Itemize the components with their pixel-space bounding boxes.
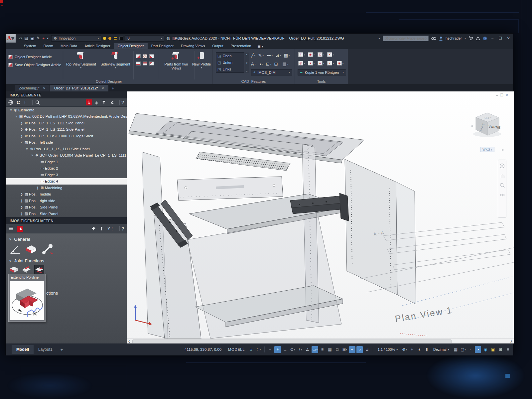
dynamic-ucs-toggle[interactable]: ⌖ (349, 346, 355, 353)
graphics-performance[interactable]: ◉ (482, 346, 488, 353)
sideview-segment-button[interactable]: Sideview segment ▾ (99, 51, 131, 69)
wrench-icon[interactable] (110, 100, 114, 105)
undo-icon[interactable]: ● (42, 36, 45, 41)
joint-function-icon-3-extend-to-polyline[interactable] (34, 265, 44, 274)
tree-expander-icon[interactable]: ❯ (20, 128, 24, 131)
crosshair[interactable]: + (409, 346, 415, 353)
new-profile-button[interactable]: + New Profile ▾ (191, 51, 212, 69)
save-icon[interactable]: ▣ (31, 36, 34, 41)
ribbon-tab-part-designer[interactable]: Part Designer (148, 43, 177, 49)
layer-on-icon[interactable] (103, 37, 106, 40)
list-view-icon[interactable] (8, 226, 13, 231)
sign-in-person-icon[interactable] (439, 36, 443, 41)
tree-expander-icon[interactable]: ∨ (30, 154, 34, 157)
isodraft-toggle[interactable]: ∖▾ (297, 346, 303, 353)
panel-label-tools[interactable]: Tools (295, 79, 348, 83)
model-viewport[interactable]: –❐✕ (127, 91, 514, 343)
section-general[interactable]: ∨General (6, 233, 127, 242)
dim-style-dropdown[interactable]: ⌖ IMOS_DIM ▾ (251, 69, 292, 75)
osnap-toggle[interactable]: ▭▾ (312, 346, 318, 353)
redo-icon[interactable]: ◐ (47, 36, 49, 41)
ribbon-tool-icon[interactable]: ●▾ (318, 61, 324, 66)
zoom-extents-icon[interactable] (500, 183, 505, 188)
search-input[interactable] (383, 36, 429, 41)
annotation-monitor[interactable]: ∗ (416, 346, 422, 353)
imos-eigenschaften-header[interactable]: IMOS EIGENSCHAFTEN (6, 217, 127, 224)
view-list-scrollbar[interactable]: ▲▼≡ (245, 53, 249, 73)
horizontal-scrollbar[interactable]: ❮ ❯ (127, 338, 514, 343)
tree-expander-icon[interactable]: ∨ (20, 141, 24, 144)
tree-item[interactable]: ❯▧Pos. Side Panel (6, 210, 127, 217)
ribbon-tool-icon[interactable]: ⊷▾ (267, 53, 273, 58)
tree-item[interactable]: ▭Edge: 2 (6, 165, 127, 172)
orbit-icon[interactable] (500, 193, 505, 198)
cube-display-icon[interactable]: ◈ (95, 100, 98, 105)
tree-expander-icon[interactable]: ❯ (36, 186, 40, 190)
section-joint-functions[interactable]: ∨Joint Functions (6, 255, 127, 263)
workspace-dropdown[interactable]: ⚙ Innovation ▾ (51, 35, 101, 42)
app-store-cart-icon[interactable] (468, 36, 473, 40)
tree-item[interactable]: ▭Edge: 3 (6, 172, 127, 178)
tree-item[interactable]: ∨⊕Pos. CP_1_LS_1111 Side Panel (6, 146, 127, 152)
view-orientation-list[interactable]: ◳Oben◳Unten◳Links ▲▼≡ (216, 52, 244, 73)
panel-edge-icon[interactable] (25, 244, 38, 255)
ribbon-tool-icon[interactable]: C▾ (318, 52, 324, 57)
snap-toggle[interactable]: ∷▾ (256, 346, 262, 353)
tree-item[interactable]: ❯⊞Machining (6, 185, 127, 191)
property-filter-icon[interactable]: Y⋮ (107, 226, 114, 231)
ribbon-tab-drawing-views[interactable]: Drawing Views (177, 43, 209, 49)
new-drawing-icon[interactable]: ▱ (19, 36, 22, 41)
segment-tool-icon[interactable] (149, 54, 154, 58)
refresh-icon[interactable]: C (17, 100, 20, 105)
units-dropdown[interactable]: Dezimal▾ (431, 346, 452, 352)
pin-vertical-icon[interactable] (99, 226, 104, 231)
navigation-bar[interactable] (498, 160, 506, 218)
filter-funnel-icon[interactable] (102, 100, 106, 104)
layer-color-swatch[interactable] (119, 37, 123, 40)
ribbon-tool-icon[interactable]: ▦▾ (284, 53, 290, 58)
monitor[interactable]: ▢▾ (460, 346, 466, 353)
ribbon-tool-icon[interactable]: ◉▾ (308, 52, 315, 57)
isolate-objects[interactable]: ▫ (467, 346, 474, 353)
up-level-icon[interactable]: ↑ (24, 100, 26, 105)
tree-expander-icon[interactable]: ❯ (20, 193, 24, 196)
gizmo-toggle[interactable]: ⊿ (364, 346, 370, 353)
pan-hand-icon[interactable] (500, 173, 505, 178)
osnap-3d-toggle[interactable]: ⊞▾ (341, 346, 348, 353)
close-button[interactable]: ✕ (506, 36, 511, 41)
tree-expander-icon[interactable]: ❯ (20, 134, 24, 138)
ribbon-tool-icon[interactable]: ✎▾ (258, 53, 264, 58)
scroll-left-icon[interactable]: ❮ (127, 339, 132, 343)
3d-model-canvas[interactable]: Plan View 1 A - A O (127, 91, 514, 338)
ribbon-tab-article-designer[interactable]: Article Designer (81, 43, 114, 49)
tree-item[interactable]: ∨◎Elemente (6, 107, 127, 113)
quick-properties[interactable]: ▦ (453, 346, 459, 353)
settings-gear[interactable]: ⚙▾ (401, 346, 407, 353)
help-icon[interactable]: ? (483, 36, 487, 41)
tree-expander-icon[interactable]: ❯ (20, 212, 24, 215)
tree-item[interactable]: ❯⊕Pos. CP_1_BSI_1000_C1_legs Shelf (6, 133, 127, 139)
segment-tool-icon[interactable] (149, 62, 154, 66)
help-icon[interactable]: ? (121, 226, 124, 231)
save-object-designer-article-button[interactable]: Save Object Designer Article (8, 61, 61, 69)
tree-item[interactable]: ❯⊕Pos. CP_1_LS_1111 Side Panel (6, 120, 127, 126)
transparency-toggle[interactable]: ▦ (327, 346, 333, 353)
tree-item[interactable]: ❯⊕Pos. CP_1_LS_1111 Side Panel (6, 126, 127, 133)
ribbon-tab-room[interactable]: Room (40, 43, 57, 49)
dynamic-input-toggle[interactable]: + (274, 346, 281, 353)
tree-item[interactable]: ▭Edge: 1 (6, 159, 127, 165)
grid-toggle[interactable]: # (248, 346, 254, 353)
drawing-tab[interactable]: Order_DJ_Pult_20181212*✕ (50, 85, 108, 91)
tree-item[interactable]: ❯▧Pos. Side Panel (6, 204, 127, 211)
joint-function-icon-2[interactable] (22, 265, 32, 274)
minimize-button[interactable]: – (490, 36, 495, 40)
object-designer-article-button[interactable]: Object Designer Article (8, 53, 61, 61)
polar-tracking-toggle[interactable]: ⊙▾ (289, 346, 296, 353)
new-layout-button[interactable]: + (57, 347, 66, 352)
ribbon-tab-main-data[interactable]: Main Data (57, 43, 81, 49)
top-view-segment-button[interactable]: Top View Segment ▾ (65, 51, 97, 69)
ribbon-tool-icon[interactable]: ●▾ (308, 61, 315, 66)
layer-freeze-icon[interactable] (108, 37, 111, 40)
tree-item[interactable]: ❯▧Pos. right side (6, 198, 127, 204)
ribbon-tool-icon[interactable]: A▾ (251, 62, 256, 66)
